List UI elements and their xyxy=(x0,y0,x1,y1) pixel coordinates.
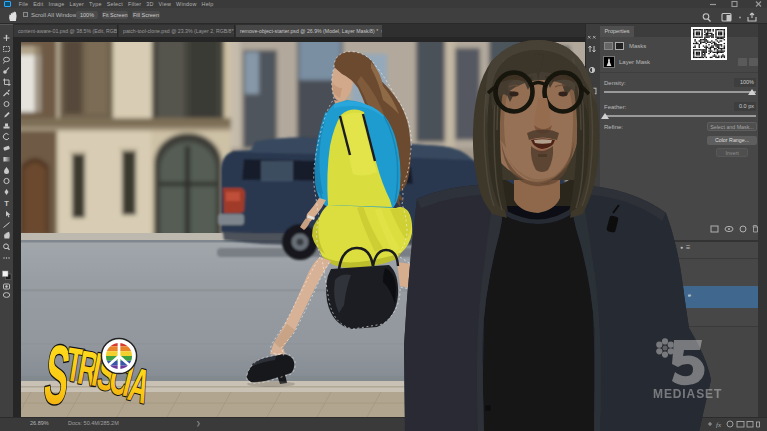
svg-text:T: T xyxy=(4,199,9,208)
svg-text:MEDIASET: MEDIASET xyxy=(653,387,722,401)
